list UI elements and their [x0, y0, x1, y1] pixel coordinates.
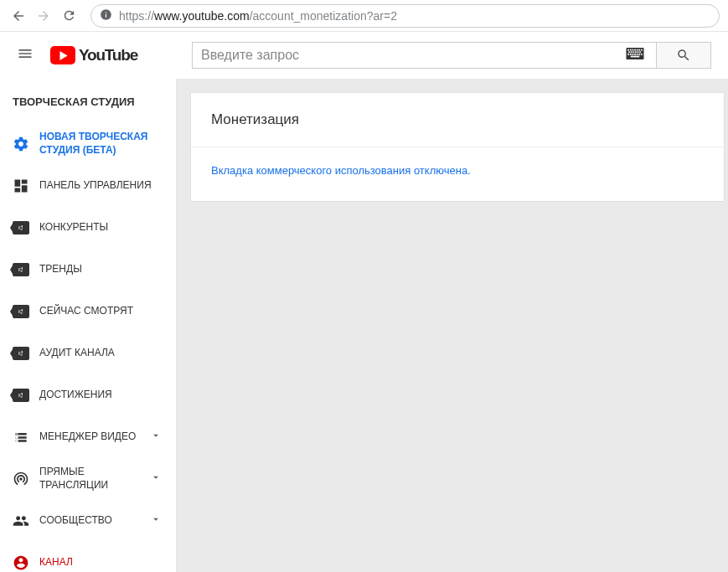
playtag-icon: IQ — [13, 219, 29, 236]
svg-rect-20 — [641, 54, 643, 55]
sidebar-item-8[interactable]: ПРЯМЫЕ ТРАНСЛЯЦИИ — [0, 458, 176, 500]
svg-rect-28 — [15, 436, 18, 439]
svg-rect-6 — [638, 49, 640, 51]
playtag-icon: IQ — [13, 303, 29, 320]
svg-rect-30 — [15, 433, 18, 435]
back-button[interactable] — [8, 6, 28, 26]
svg-rect-16 — [632, 54, 634, 55]
sidebar-item-label: КАНАЛ — [39, 556, 163, 569]
reload-button[interactable] — [59, 6, 79, 26]
svg-rect-5 — [637, 49, 638, 51]
chevron-down-icon — [150, 472, 163, 487]
search-form: Введите запрос — [192, 42, 711, 69]
sidebar-item-label: ТРЕНДЫ — [39, 263, 163, 276]
sidebar-item-5[interactable]: IQАУДИТ КАНАЛА — [0, 332, 176, 374]
svg-rect-14 — [627, 54, 629, 55]
search-input[interactable]: Введите запрос — [192, 42, 657, 69]
svg-rect-2 — [630, 49, 632, 51]
search-button[interactable] — [657, 42, 711, 69]
community-icon — [13, 513, 29, 529]
svg-rect-9 — [631, 51, 632, 53]
url-text: https://www.youtube.com/account_monetiza… — [119, 9, 710, 23]
svg-rect-19 — [638, 54, 640, 55]
sidebar-item-9[interactable]: СООБЩЕСТВО — [0, 500, 176, 542]
svg-rect-13 — [639, 51, 641, 53]
svg-rect-3 — [632, 49, 634, 51]
gear-icon — [13, 136, 29, 152]
sidebar-item-label: МЕНЕДЖЕР ВИДЕО — [39, 430, 140, 444]
playtag-icon: IQ — [13, 345, 29, 362]
broadcast-icon — [13, 471, 29, 487]
sidebar-item-3[interactable]: IQТРЕНДЫ — [0, 249, 176, 291]
logo-text: YouTube — [79, 46, 137, 64]
url-bar[interactable]: https://www.youtube.com/account_monetiza… — [90, 4, 720, 28]
sidebar-item-label: ДОСТИЖЕНИЯ — [39, 389, 163, 402]
sidebar-item-label: ПРЯМЫЕ ТРАНСЛЯЦИИ — [39, 466, 140, 492]
sidebar-item-0[interactable]: НОВАЯ ТВОРЧЕСКАЯ СТУДИЯ (БЕТА) — [0, 123, 176, 165]
svg-rect-17 — [634, 54, 636, 55]
sidebar-item-2[interactable]: IQКОНКУРЕНТЫ — [0, 207, 176, 249]
sidebar-item-label: АУДИТ КАНАЛА — [39, 347, 163, 360]
content: Монетизация Вкладка коммерческого исполь… — [177, 79, 728, 572]
sidebar-item-1[interactable]: ПАНЕЛЬ УПРАВЛЕНИЯ — [0, 165, 176, 207]
logo-icon — [50, 46, 75, 64]
playtag-icon: IQ — [13, 261, 29, 278]
monetization-card: Монетизация Вкладка коммерческого исполь… — [190, 92, 725, 202]
videomanager-icon — [13, 429, 29, 446]
keyboard-icon[interactable] — [622, 48, 648, 63]
header: YouTube Введите запрос — [0, 32, 728, 79]
menu-icon[interactable] — [17, 45, 34, 65]
sidebar-title: ТВОРЧЕСКАЯ СТУДИЯ — [0, 79, 176, 123]
svg-rect-18 — [637, 54, 638, 55]
svg-rect-21 — [631, 56, 640, 58]
card-title: Монетизация — [191, 93, 724, 147]
browser-bar: https://www.youtube.com/account_monetiza… — [0, 0, 728, 32]
svg-rect-8 — [628, 51, 630, 53]
dashboard-icon — [13, 178, 29, 194]
svg-rect-4 — [634, 49, 636, 51]
sidebar-item-4[interactable]: IQСЕЙЧАС СМОТРЯТ — [0, 291, 176, 332]
search-placeholder: Введите запрос — [201, 48, 622, 63]
svg-rect-10 — [632, 51, 634, 53]
chevron-down-icon — [150, 513, 163, 528]
svg-rect-1 — [627, 49, 629, 51]
svg-rect-12 — [638, 51, 639, 53]
chevron-down-icon — [150, 430, 163, 445]
sidebar-item-label: НОВАЯ ТВОРЧЕСКАЯ СТУДИЯ (БЕТА) — [39, 131, 163, 157]
sidebar-item-label: ПАНЕЛЬ УПРАВЛЕНИЯ — [39, 179, 163, 193]
sidebar-item-label: СООБЩЕСТВО — [39, 514, 140, 528]
sidebar: ТВОРЧЕСКАЯ СТУДИЯ НОВАЯ ТВОРЧЕСКАЯ СТУДИ… — [0, 79, 177, 572]
sidebar-item-label: СЕЙЧАС СМОТРЯТ — [39, 305, 163, 318]
monetization-disabled-link[interactable]: Вкладка коммерческого использования откл… — [211, 164, 471, 177]
svg-rect-15 — [630, 54, 632, 55]
svg-rect-29 — [15, 440, 18, 442]
sidebar-item-6[interactable]: IQДОСТИЖЕНИЯ — [0, 374, 176, 416]
info-icon — [100, 8, 112, 23]
sidebar-item-7[interactable]: МЕНЕДЖЕР ВИДЕО — [0, 416, 176, 458]
svg-rect-11 — [635, 51, 637, 53]
forward-button[interactable] — [34, 6, 54, 26]
svg-rect-7 — [641, 49, 643, 51]
sidebar-item-label: КОНКУРЕНТЫ — [39, 221, 163, 234]
channel-icon — [13, 554, 29, 571]
sidebar-item-10[interactable]: КАНАЛ — [0, 542, 176, 572]
logo[interactable]: YouTube — [50, 46, 137, 64]
playtag-icon: IQ — [13, 387, 29, 404]
